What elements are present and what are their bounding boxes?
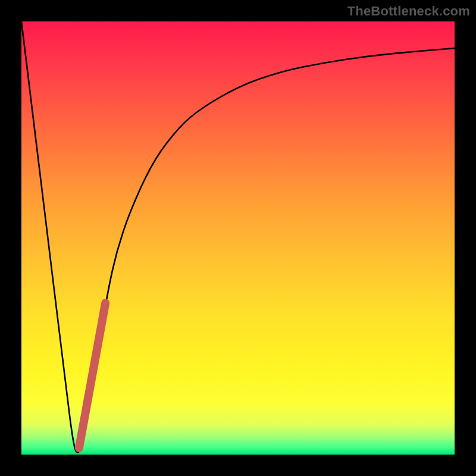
curve-layer: [21, 21, 455, 455]
chart-frame: TheBottleneck.com: [0, 0, 476, 476]
plot-area: [21, 21, 455, 455]
watermark-text: TheBottleneck.com: [347, 4, 470, 19]
current-range-marker: [79, 303, 105, 448]
